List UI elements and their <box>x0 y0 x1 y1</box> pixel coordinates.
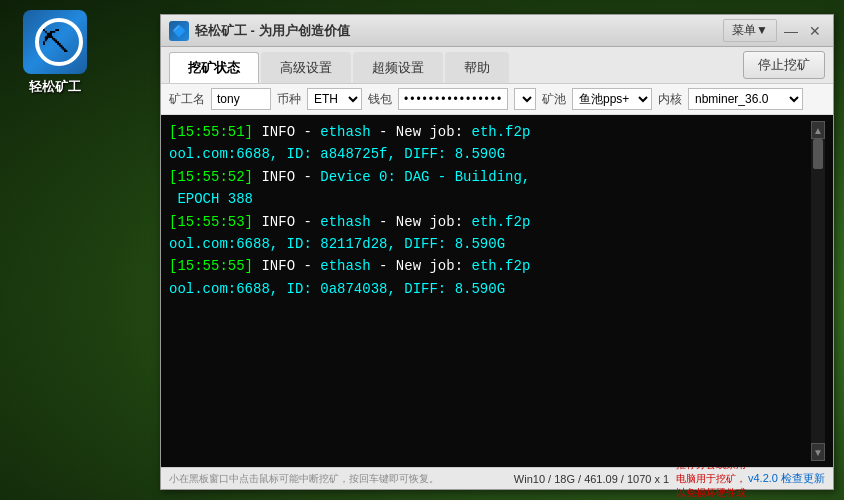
coin-label: 币种 <box>277 91 301 108</box>
log-line: [15:55:52] INFO - Device 0: DAG - Buildi… <box>169 166 807 188</box>
log-line: ool.com:6688, ID: a848725f, DIFF: 8.590G <box>169 143 807 165</box>
title-bar-icon: 🔷 <box>169 21 189 41</box>
wallet-dropdown[interactable] <box>514 88 536 110</box>
log-content: [15:55:51] INFO - ethash - New job: eth.… <box>169 121 811 461</box>
coin-select[interactable]: ETH ETC RVN <box>307 88 362 110</box>
scroll-track <box>812 139 824 443</box>
miner-name-input[interactable] <box>211 88 271 110</box>
log-line: [15:55:53] INFO - ethash - New job: eth.… <box>169 211 807 233</box>
app-icon-area: 轻松矿工 <box>10 10 100 96</box>
scroll-up-button[interactable]: ▲ <box>811 121 825 139</box>
log-line: ool.com:6688, ID: 82117d28, DIFF: 8.590G <box>169 233 807 255</box>
window-title: 轻松矿工 - 为用户创造价值 <box>195 22 723 40</box>
footer-hint: 小在黑板窗口中点击鼠标可能中断挖矿，按回车键即可恢复。 <box>169 472 439 486</box>
scroll-down-button[interactable]: ▼ <box>811 443 825 461</box>
miner-label: 矿工名 <box>169 91 205 108</box>
app-icon <box>23 10 87 74</box>
pool-label: 矿池 <box>542 91 566 108</box>
log-line: ool.com:6688, ID: 0a874038, DIFF: 8.590G <box>169 278 807 300</box>
check-update-button[interactable]: v4.2.0 检查更新 <box>748 471 825 486</box>
app-icon-label: 轻松矿工 <box>29 78 81 96</box>
log-line: [15:55:51] INFO - ethash - New job: eth.… <box>169 121 807 143</box>
nav-bar: 挖矿状态 高级设置 超频设置 帮助 停止挖矿 <box>161 47 833 84</box>
sys-info: Win10 / 18G / 461.09 / 1070 x 1 <box>514 473 669 485</box>
core-label: 内核 <box>658 91 682 108</box>
close-button[interactable]: ✕ <box>805 21 825 41</box>
log-scrollbar: ▲ ▼ <box>811 121 825 461</box>
log-line: EPOCH 388 <box>169 188 807 210</box>
title-bar: 🔷 轻松矿工 - 为用户创造价值 菜单▼ — ✕ <box>161 15 833 47</box>
title-controls: 菜单▼ — ✕ <box>723 19 825 42</box>
config-bar: 矿工名 币种 ETH ETC RVN 钱包 矿池 鱼池pps+ 鱼池pplns … <box>161 84 833 115</box>
footer: 小在黑板窗口中点击鼠标可能中断挖矿，按回车键即可恢复。 Win10 / 18G … <box>161 467 833 489</box>
core-select[interactable]: nbminer_36.0 nbminer_35.1 gminer_2.5 <box>688 88 803 110</box>
tab-mining-status[interactable]: 挖矿状态 <box>169 52 259 83</box>
tab-super[interactable]: 超频设置 <box>353 52 443 83</box>
main-window: 🔷 轻松矿工 - 为用户创造价值 菜单▼ — ✕ 挖矿状态 高级设置 超频设置 … <box>160 14 834 490</box>
stop-mining-button[interactable]: 停止挖矿 <box>743 51 825 79</box>
tab-advanced[interactable]: 高级设置 <box>261 52 351 83</box>
wallet-input[interactable] <box>398 88 508 110</box>
wallet-label: 钱包 <box>368 91 392 108</box>
tab-help[interactable]: 帮助 <box>445 52 509 83</box>
log-area: [15:55:51] INFO - ethash - New job: eth.… <box>161 115 833 467</box>
scroll-thumb[interactable] <box>813 139 823 169</box>
log-line: [15:55:55] INFO - ethash - New job: eth.… <box>169 255 807 277</box>
minimize-button[interactable]: — <box>781 21 801 41</box>
pool-select[interactable]: 鱼池pps+ 鱼池pplns 币印 <box>572 88 652 110</box>
menu-button[interactable]: 菜单▼ <box>723 19 777 42</box>
